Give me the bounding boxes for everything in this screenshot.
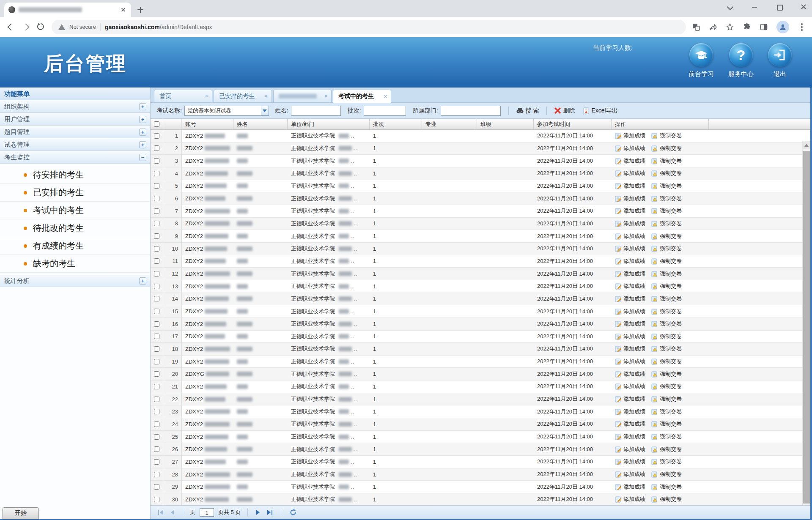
search-button[interactable]: 搜 索 [516, 107, 539, 115]
row-checkbox[interactable] [154, 171, 159, 176]
row-checkbox[interactable] [154, 284, 159, 289]
sidebar-group-statistics[interactable]: 统计分析 + [0, 274, 150, 287]
force-submit-button[interactable]: 强制交卷 [651, 132, 682, 140]
tab-close-icon[interactable]: ✕ [384, 94, 387, 99]
side-panel-icon[interactable] [760, 23, 768, 31]
nav-front-learning[interactable]: 前台学习 [689, 43, 714, 78]
add-score-button[interactable]: 添加成绩 [615, 383, 645, 390]
add-score-button[interactable]: 添加成绩 [615, 282, 645, 290]
force-submit-button[interactable]: 强制交卷 [651, 233, 682, 240]
row-checkbox[interactable] [154, 233, 159, 239]
force-submit-button[interactable]: 强制交卷 [651, 483, 682, 491]
row-checkbox[interactable] [154, 271, 159, 276]
page-number-input[interactable] [200, 508, 214, 517]
scroll-up-arrow-icon[interactable] [803, 141, 810, 149]
row-checkbox[interactable] [154, 397, 159, 402]
browser-tab[interactable] [4, 3, 131, 17]
force-submit-button[interactable]: 强制交卷 [651, 446, 682, 453]
tab-close-icon[interactable] [120, 6, 127, 13]
add-score-button[interactable]: 添加成绩 [615, 320, 645, 328]
add-score-button[interactable]: 添加成绩 [615, 195, 645, 203]
browser-menu-icon[interactable] [798, 23, 806, 31]
tab-close-icon[interactable]: ✕ [205, 93, 208, 99]
sidebar-group-org[interactable]: 组织架构 + [0, 100, 150, 113]
force-submit-button[interactable]: 强制交卷 [651, 320, 682, 328]
force-submit-button[interactable]: 强制交卷 [651, 207, 682, 215]
row-checkbox[interactable] [154, 221, 159, 226]
tab-redacted[interactable]: ✕ [273, 90, 332, 102]
force-submit-button[interactable]: 强制交卷 [651, 270, 682, 278]
start-button[interactable]: 开始 [3, 507, 39, 519]
force-submit-button[interactable]: 强制交卷 [651, 257, 682, 265]
add-score-button[interactable]: 添加成绩 [615, 345, 645, 353]
sidebar-group-users[interactable]: 用户管理 + [0, 113, 150, 126]
tab-close-icon[interactable]: ✕ [264, 93, 268, 99]
row-checkbox[interactable] [154, 346, 159, 352]
add-score-button[interactable]: 添加成绩 [615, 145, 645, 152]
expand-plus-icon[interactable]: + [139, 129, 146, 136]
force-submit-button[interactable]: 强制交卷 [651, 245, 682, 252]
row-checkbox[interactable] [154, 359, 159, 364]
next-page-button[interactable] [255, 510, 261, 515]
tab-arranged-examinees[interactable]: 已安排的考生✕ [214, 90, 272, 102]
row-checkbox[interactable] [154, 446, 159, 452]
expand-plus-icon[interactable]: + [139, 116, 146, 123]
new-tab-button[interactable] [134, 4, 146, 16]
add-score-button[interactable]: 添加成绩 [615, 257, 645, 265]
row-checkbox[interactable] [154, 334, 159, 339]
add-score-button[interactable]: 添加成绩 [615, 370, 645, 378]
force-submit-button[interactable]: 强制交卷 [651, 433, 682, 441]
force-submit-button[interactable]: 强制交卷 [651, 195, 682, 203]
force-submit-button[interactable]: 强制交卷 [651, 282, 682, 290]
profile-avatar[interactable] [776, 21, 789, 33]
collapse-minus-icon[interactable]: − [139, 154, 146, 161]
row-checkbox[interactable] [154, 321, 159, 327]
add-score-button[interactable]: 添加成绩 [615, 458, 645, 465]
force-submit-button[interactable]: 强制交卷 [651, 471, 682, 478]
row-checkbox[interactable] [154, 472, 159, 477]
row-checkbox[interactable] [154, 409, 159, 414]
tab-in-exam-examinees[interactable]: 考试中的考生✕ [333, 90, 391, 103]
add-score-button[interactable]: 添加成绩 [615, 245, 645, 252]
expand-plus-icon[interactable]: + [139, 103, 146, 110]
name-input[interactable] [291, 106, 341, 116]
add-score-button[interactable]: 添加成绩 [615, 157, 645, 165]
window-minimize-button[interactable] [751, 3, 758, 10]
force-submit-button[interactable]: 强制交卷 [651, 495, 682, 503]
sidebar-item-absent[interactable]: 缺考的考生 [0, 255, 150, 273]
add-score-button[interactable]: 添加成绩 [615, 207, 645, 215]
nav-service-center[interactable]: ? 服务中心 [728, 43, 754, 78]
back-button[interactable] [6, 22, 15, 32]
add-score-button[interactable]: 添加成绩 [615, 170, 645, 177]
excel-export-button[interactable]: Excel导出 [583, 107, 617, 115]
dept-input[interactable] [441, 106, 501, 116]
tab-close-icon[interactable]: ✕ [324, 93, 328, 99]
force-submit-button[interactable]: 强制交卷 [651, 220, 682, 227]
row-checkbox[interactable] [154, 158, 159, 164]
batch-input[interactable] [364, 106, 406, 116]
force-submit-button[interactable]: 强制交卷 [651, 383, 682, 390]
row-checkbox[interactable] [154, 208, 159, 214]
add-score-button[interactable]: 添加成绩 [615, 471, 645, 478]
url-bar[interactable]: Not secure gaoxiaokaoshi.com/admin/Defau… [52, 20, 686, 34]
row-checkbox[interactable] [154, 258, 159, 264]
sidebar-item-arranged[interactable]: 已安排的考生 [0, 184, 150, 202]
row-checkbox[interactable] [154, 434, 159, 440]
force-submit-button[interactable]: 强制交卷 [651, 395, 682, 403]
expand-plus-icon[interactable]: + [139, 141, 146, 148]
add-score-button[interactable]: 添加成绩 [615, 132, 645, 140]
expand-plus-icon[interactable]: + [139, 277, 146, 285]
force-submit-button[interactable]: 强制交卷 [651, 408, 682, 416]
add-score-button[interactable]: 添加成绩 [615, 270, 645, 278]
last-page-button[interactable] [266, 510, 274, 515]
translate-icon[interactable] [692, 23, 700, 31]
row-checkbox[interactable] [154, 145, 159, 151]
add-score-button[interactable]: 添加成绩 [615, 220, 645, 227]
delete-button[interactable]: 删除 [554, 107, 575, 115]
not-secure-warning-icon[interactable] [58, 24, 65, 30]
add-score-button[interactable]: 添加成绩 [615, 233, 645, 240]
force-submit-button[interactable]: 强制交卷 [651, 170, 682, 177]
force-submit-button[interactable]: 强制交卷 [651, 295, 682, 303]
add-score-button[interactable]: 添加成绩 [615, 182, 645, 190]
sidebar-group-monitor[interactable]: 考生监控 − [0, 151, 150, 164]
